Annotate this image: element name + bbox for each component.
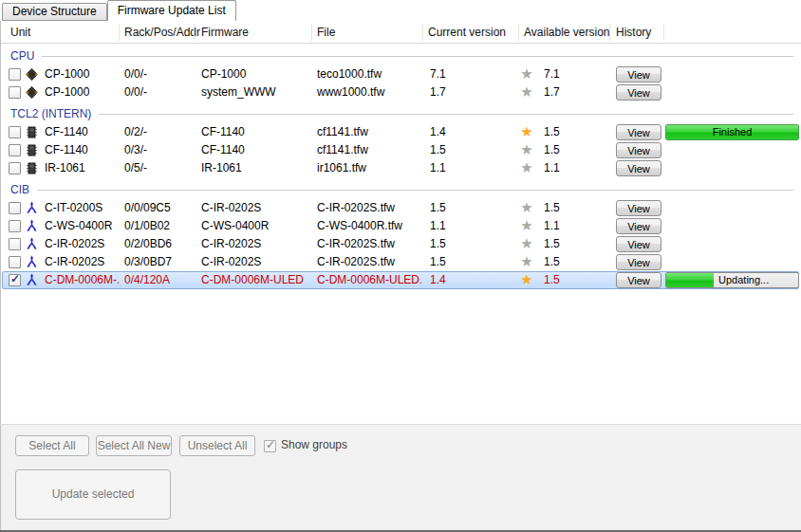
- available-version-cell: 1.5: [544, 253, 596, 271]
- table-row[interactable]: C-IT-0200S 0/0/09C5 C-IR-0202S C-IR-0202…: [1, 199, 801, 217]
- rack-pos-addr-cell: 0/4/120A: [124, 271, 193, 289]
- row-checkbox[interactable]: [9, 274, 21, 286]
- column-header-file[interactable]: File: [317, 21, 335, 44]
- show-groups-checkbox[interactable]: [264, 440, 276, 452]
- file-cell: www1000.tfw: [317, 83, 421, 101]
- unit-cell: C-IR-0202S: [45, 235, 119, 253]
- tab-bar: Device Structure Firmware Update List: [0, 0, 801, 21]
- table-row[interactable]: CP-1000 0/0/- CP-1000 teco1000.tfw 7.1 ★…: [1, 65, 801, 83]
- rack-pos-addr-cell: 0/0/-: [124, 83, 193, 101]
- column-separator: [119, 24, 120, 41]
- show-groups-label: Show groups: [281, 438, 347, 451]
- column-separator: [422, 24, 423, 41]
- row-checkbox[interactable]: [9, 86, 21, 99]
- current-version-cell: 1.1: [430, 217, 487, 235]
- table-row[interactable]: CF-1140 0/3/- CF-1140 cf1141.tfw 1.5 ★ 1…: [1, 141, 801, 159]
- current-version-cell: 1.1: [430, 159, 487, 177]
- row-checkbox[interactable]: [9, 202, 21, 214]
- table-row[interactable]: CF-1140 0/2/- CF-1140 cf1141.tfw 1.4 ★ 1…: [1, 123, 801, 141]
- file-cell: cf1141.tfw: [317, 123, 421, 141]
- unit-cell: IR-1061: [45, 159, 119, 177]
- view-button[interactable]: View: [616, 160, 661, 176]
- column-separator: [609, 24, 610, 41]
- star-icon: ★: [518, 159, 535, 176]
- file-cell: cf1141.tfw: [317, 141, 421, 159]
- rack-pos-addr-cell: 0/0/09C5: [124, 199, 193, 217]
- star-icon: ★: [518, 271, 535, 288]
- progress-label: Updating...: [718, 273, 769, 287]
- row-checkbox[interactable]: [9, 220, 21, 232]
- rack-pos-addr-cell: 0/2/-: [124, 123, 193, 141]
- current-version-cell: 7.1: [430, 65, 487, 83]
- column-header-rack-pos-addr[interactable]: Rack/Pos/Addr: [124, 21, 200, 44]
- available-version-cell: 1.5: [544, 271, 596, 289]
- file-cell: C-IR-0202S.tfw: [317, 199, 421, 217]
- current-version-cell: 1.7: [430, 83, 487, 101]
- view-button[interactable]: View: [616, 272, 661, 288]
- file-cell: C-DM-0006M-ULED...: [317, 271, 421, 289]
- star-icon: ★: [518, 123, 535, 140]
- file-cell: C-IR-0202S.tfw: [317, 253, 421, 271]
- column-header-firmware[interactable]: Firmware: [201, 21, 249, 44]
- firmware-cell: C-IR-0202S: [201, 199, 308, 217]
- table-row[interactable]: C-DM-0006M-... 0/4/120A C-DM-0006M-ULED …: [1, 271, 801, 289]
- firmware-cell: IR-1061: [201, 159, 308, 177]
- view-button[interactable]: View: [616, 236, 661, 252]
- file-cell: C-IR-0202S.tfw: [317, 235, 421, 253]
- branch-icon: [25, 255, 39, 269]
- row-checkbox[interactable]: [9, 162, 21, 174]
- star-icon: ★: [518, 253, 535, 270]
- firmware-cell: C-WS-0400R: [201, 217, 308, 235]
- tab-firmware-update-list[interactable]: Firmware Update List: [107, 0, 236, 21]
- table-row[interactable]: C-IR-0202S 0/2/0BD6 C-IR-0202S C-IR-0202…: [1, 235, 801, 253]
- star-icon: ★: [518, 141, 535, 158]
- group-label: CIB: [10, 184, 29, 199]
- view-button[interactable]: View: [616, 254, 661, 270]
- row-checkbox[interactable]: [9, 68, 21, 81]
- column-header-current-version[interactable]: Current version: [428, 21, 506, 44]
- unit-cell: CF-1140: [45, 141, 119, 159]
- tab-device-structure[interactable]: Device Structure: [2, 3, 107, 21]
- star-icon: ★: [518, 199, 535, 216]
- available-version-cell: 1.5: [544, 235, 596, 253]
- select-all-button[interactable]: Select All: [15, 435, 89, 456]
- view-button[interactable]: View: [616, 218, 661, 234]
- branch-icon: [25, 219, 39, 233]
- unit-cell: C-IR-0202S: [45, 253, 119, 271]
- unit-cell: C-WS-0400R: [45, 217, 119, 235]
- table-row[interactable]: C-WS-0400R 0/1/0B02 C-WS-0400R C-WS-0400…: [1, 217, 801, 235]
- column-separator: [663, 24, 664, 41]
- table-row[interactable]: CP-1000 0/0/- system_WWW www1000.tfw 1.7…: [1, 83, 801, 101]
- column-header-history[interactable]: History: [616, 21, 651, 44]
- branch-icon: [25, 201, 39, 215]
- rack-pos-addr-cell: 0/3/-: [124, 141, 193, 159]
- progress-bar: Updating...: [665, 272, 799, 288]
- star-icon: ★: [518, 65, 535, 83]
- view-button[interactable]: View: [616, 200, 661, 216]
- available-version-cell: 1.5: [544, 141, 596, 159]
- column-header-available-version[interactable]: Available version: [524, 21, 610, 44]
- ic-chip-icon: [25, 161, 39, 175]
- footer-panel: Select All Select All New Unselect All S…: [0, 424, 801, 530]
- branch-icon: [25, 237, 39, 251]
- row-checkbox[interactable]: [9, 126, 21, 138]
- table-row[interactable]: C-IR-0202S 0/3/0BD7 C-IR-0202S C-IR-0202…: [1, 253, 801, 271]
- firmware-cell: system_WWW: [201, 83, 308, 101]
- view-button[interactable]: View: [616, 84, 661, 101]
- row-checkbox[interactable]: [9, 256, 21, 268]
- unselect-all-button[interactable]: Unselect All: [179, 435, 255, 456]
- row-checkbox[interactable]: [9, 144, 21, 156]
- select-all-new-button[interactable]: Select All New: [96, 435, 172, 456]
- column-header-unit[interactable]: Unit: [10, 21, 30, 44]
- view-button[interactable]: View: [616, 142, 661, 158]
- cpu-chip-icon: [25, 85, 39, 100]
- column-separator: [518, 24, 519, 41]
- update-selected-button[interactable]: Update selected: [15, 469, 171, 520]
- file-cell: C-WS-0400R.tfw: [317, 217, 421, 235]
- unit-cell: CF-1140: [45, 123, 119, 141]
- view-button[interactable]: View: [616, 66, 661, 83]
- current-version-cell: 1.4: [430, 271, 487, 289]
- view-button[interactable]: View: [616, 124, 661, 140]
- table-row[interactable]: IR-1061 0/5/- IR-1061 ir1061.tfw 1.1 ★ 1…: [1, 159, 801, 177]
- row-checkbox[interactable]: [9, 238, 21, 250]
